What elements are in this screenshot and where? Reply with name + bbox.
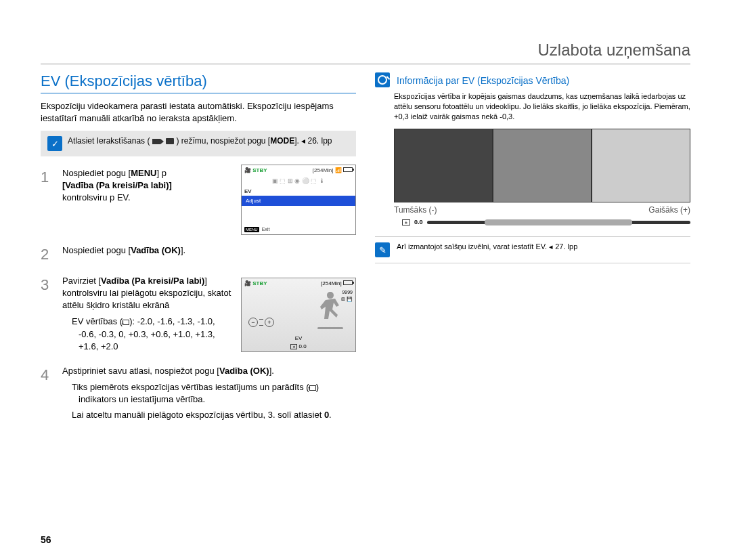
shortcut-callout: ✎ Arī izmantojot saīšņu izvēlni, varat i…: [375, 236, 690, 263]
ev-square-icon: ±: [402, 219, 410, 225]
step-3: 3 Pavirziet [Vadība (Pa kreisi/Pa labi)]…: [41, 275, 356, 356]
step-number: 2: [41, 244, 53, 265]
ev-square-icon: ±: [123, 320, 129, 325]
gradient-mid-box: [493, 129, 592, 203]
shortcut-callout-text: Arī izmantojot saīšņu izvēlni, varat ies…: [397, 242, 577, 251]
ev-slider: ± 0.0: [402, 219, 690, 225]
svg-rect-0: [317, 327, 343, 329]
video-icon: [152, 136, 164, 146]
ev-values-bullet: EV vērtības (±): -2.0, -1.6, -1.3, -1.0,…: [72, 316, 234, 353]
step-number: 4: [41, 365, 53, 424]
page-header: Uzlabota uzņemšana: [41, 41, 690, 64]
note-icon: ✎: [375, 242, 390, 257]
darker-label: Tumšāks (-): [394, 205, 437, 215]
intro-text: Ekspozīciju videokamera parasti iestata …: [41, 100, 356, 124]
gradient-light-box: [592, 129, 690, 203]
step-4-text: Apstipriniet savu atlasi, nospiežot pogu…: [62, 365, 356, 424]
mode-callout-text: Atlasiet Ierakstīšanas ( ) režīmu, nospi…: [68, 136, 332, 146]
minus-icon: −: [248, 318, 258, 327]
exposure-gradient: [394, 129, 690, 203]
ev-square-icon: ±: [309, 385, 316, 391]
page-number: 56: [41, 534, 51, 545]
check-icon: ✓: [47, 136, 62, 151]
plus-minus-control: − +: [248, 318, 274, 327]
step-4-bullet-1: Tiks piemērots ekspozīcijas vērtības ies…: [72, 381, 356, 406]
step-4: 4 Apstipriniet savu atlasi, nospiežot po…: [41, 365, 356, 424]
step-4-bullet-2: Lai atceltu manuāli pielāgoto ekspozīcij…: [72, 409, 356, 421]
step-2: 2 Nospiediet pogu [Vadība (OK)].: [41, 244, 356, 265]
magnifier-icon: [375, 72, 390, 87]
slider-track: [427, 221, 690, 224]
right-title: Informācija par EV (Ekspozīcijas Vērtība…: [397, 75, 569, 86]
mode-callout: ✓ Atlasiet Ierakstīšanas ( ) režīmu, nos…: [41, 131, 356, 156]
right-intro: Ekspozīcijas vērtība ir kopējais gaismas…: [375, 91, 690, 122]
step-number: 1: [41, 167, 53, 235]
gradient-labels: Tumšāks (-) Gaišāks (+): [375, 205, 690, 215]
lcd-screen-menu: 🎥 STBY [254Min] 📶 ▣ ⬚ ⊞ ◉ ⚪ ⬚ 🌡 EV Adjus…: [241, 165, 356, 235]
section-title: EV (Ekspozīcijas vērtība): [41, 72, 356, 93]
step-2-text: Nospiediet pogu [Vadība (OK)].: [62, 244, 356, 265]
skater-silhouette: [313, 290, 347, 331]
step-1: 1 Nospiediet pogu [MENU] p [Vadība (Pa k…: [41, 167, 356, 235]
left-column: EV (Ekspozīcijas vērtība) Ekspozīciju vi…: [41, 72, 356, 433]
step-3-text: Pavirziet [Vadība (Pa kreisi/Pa labi)] k…: [62, 275, 234, 356]
brighter-label: Gaišāks (+): [648, 205, 690, 215]
step-number: 3: [41, 275, 53, 356]
gradient-dark-box: [394, 129, 493, 203]
steps-list: 1 Nospiediet pogu [MENU] p [Vadība (Pa k…: [41, 167, 356, 424]
camera-icon: [166, 136, 174, 146]
right-column: Informācija par EV (Ekspozīcijas Vērtība…: [375, 72, 690, 433]
lcd-screen-adjust: 🎥 STBY [254Min] 9999 ⊞ 💾: [241, 278, 356, 352]
step-1-text: Nospiediet pogu [MENU] p [Vadība (Pa kre…: [62, 167, 234, 204]
ev-slider-value: 0.0: [414, 219, 423, 225]
plus-icon: +: [265, 318, 274, 327]
